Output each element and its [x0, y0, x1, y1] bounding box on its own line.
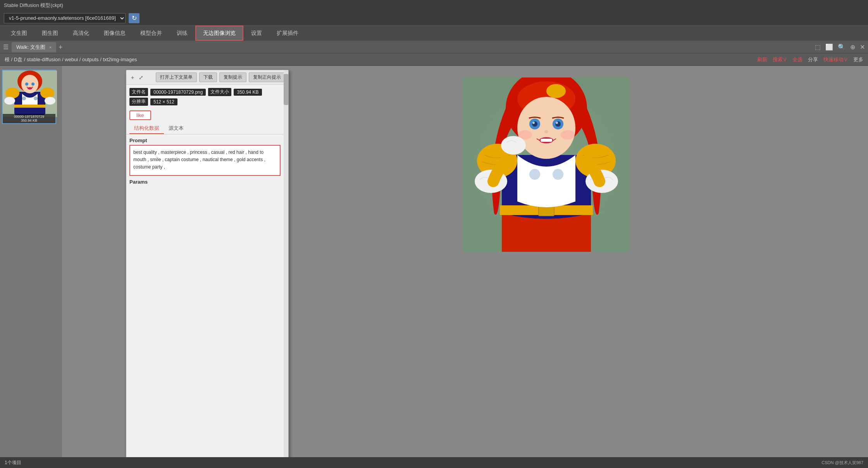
breadcrumb-search[interactable]: 搜索∨ — [773, 56, 787, 63]
popup-fullscreen-button[interactable]: ⤢ — [137, 74, 145, 81]
main-content: 00000-1971870729 350.94 KB + ⤢ 打开上下文菜单 下… — [0, 66, 868, 468]
breadcrumb-select-all[interactable]: 全选 — [792, 56, 803, 63]
prompt-text-box: best quality , masterpiece , princess , … — [129, 145, 281, 176]
svg-point-3 — [21, 75, 38, 93]
tab-icon-list[interactable]: ☰ — [3, 43, 9, 51]
svg-rect-41 — [541, 139, 552, 142]
thumbnail-filename: 00000-1971870729 — [4, 115, 54, 119]
window-restore-icon[interactable]: ⬚ — [815, 43, 821, 51]
meta-resolution-row: 分辨率 512 × 512 — [129, 98, 285, 106]
filename-value: 00000-1971870729.png — [150, 89, 206, 96]
svg-point-28 — [553, 169, 563, 180]
app-title: Stable Diffusion 模型(ckpt) — [4, 2, 63, 9]
breadcrumb-more[interactable]: 更多 — [853, 56, 863, 63]
image-preview-area — [225, 66, 868, 468]
thumbnail-filesize: 350.94 KB — [4, 119, 54, 122]
svg-rect-8 — [14, 105, 45, 108]
filename-label: 文件名 — [129, 88, 148, 96]
file-browser: 00000-1971870729 350.94 KB — [0, 66, 62, 468]
params-label: Params — [129, 179, 281, 185]
file-thumbnail-selected[interactable]: 00000-1971870729 350.94 KB — [2, 70, 56, 124]
svg-point-12 — [22, 96, 26, 100]
popup-tab-structured[interactable]: 结构化数据 — [129, 123, 164, 134]
popup-download-button[interactable]: 下载 — [199, 72, 217, 82]
breadcrumb-path: 根 / D盘 / stable-diffusion / webui / outp… — [5, 56, 137, 63]
popup-copy-positive-button[interactable]: 复制正向提示 — [249, 72, 285, 82]
tab-img2img[interactable]: 图生图 — [35, 26, 65, 41]
svg-point-43 — [561, 130, 575, 139]
svg-point-38 — [556, 122, 558, 124]
filesize-value: 350.94 KB — [234, 89, 262, 96]
tab-merge[interactable]: 模型合并 — [133, 26, 169, 41]
popup-copy-prompt-button[interactable]: 复制提示 — [219, 72, 246, 82]
popup-toolbar: + ⤢ 打开上下文菜单 下载 复制提示 复制正向提示 — [126, 70, 288, 85]
info-popup: + ⤢ 打开上下文菜单 下载 复制提示 复制正向提示 文件名 00000-197… — [126, 70, 289, 468]
model-row: v1-5-pruned-emaonly.safetensors [6ce0161… — [0, 11, 868, 26]
tab-strip-right-icons: ⬚ ⬜ 🔍 ⊕ ✕ — [815, 43, 865, 51]
zoom-search-icon[interactable]: 🔍 — [838, 43, 846, 51]
refresh-model-button[interactable]: ↻ — [129, 13, 140, 23]
meta-filename-row: 文件名 00000-1971870729.png 文件大小 350.94 KB — [129, 88, 285, 96]
status-right-text: CSDN @技术人笑987 — [822, 460, 863, 466]
tab-strip: ☰ Walk: 文生图 × + ⬚ ⬜ 🔍 ⊕ ✕ — [0, 41, 868, 53]
tab-infinite[interactable]: 无边图像浏览 — [195, 26, 243, 41]
breadcrumb-quick-move[interactable]: 快速移动∨ — [823, 56, 848, 63]
tab-train[interactable]: 训练 — [170, 26, 195, 41]
tab-close-button[interactable]: × — [49, 45, 52, 50]
status-bar: 1个项目 CSDN @技术人笑987 — [0, 457, 868, 468]
thumbnail-image — [3, 71, 57, 117]
resolution-value: 512 × 512 — [150, 98, 177, 105]
active-tab-item[interactable]: Walk: 文生图 × — [12, 42, 56, 52]
tab-imginfo[interactable]: 图像信息 — [97, 26, 133, 41]
popup-tab-source[interactable]: 源文本 — [164, 123, 188, 134]
popup-scrollbar-thumb[interactable] — [284, 74, 288, 105]
breadcrumb-bar: 根 / D盘 / stable-diffusion / webui / outp… — [0, 53, 868, 66]
window-maximize-icon[interactable]: ⬜ — [825, 43, 833, 51]
popup-tabs: 结构化数据 源文本 — [126, 122, 288, 134]
nav-tabs: 文生图 图生图 高清化 图像信息 模型合并 训练 无边图像浏览 设置 扩展插件 — [0, 26, 868, 41]
popup-scrollbar[interactable] — [284, 70, 288, 468]
window-close-icon[interactable]: ✕ — [860, 43, 865, 51]
tab-settings[interactable]: 设置 — [244, 26, 269, 41]
tab-txt2img[interactable]: 文生图 — [4, 26, 34, 41]
svg-point-5 — [40, 88, 54, 98]
svg-point-4 — [5, 88, 19, 98]
popup-expand-icons: + ⤢ — [129, 74, 145, 81]
svg-point-6 — [4, 97, 15, 105]
active-tab-label: Walk: 文生图 — [16, 44, 45, 51]
thumbnail-label: 00000-1971870729 350.94 KB — [3, 114, 55, 123]
svg-point-31 — [546, 84, 566, 98]
svg-point-39 — [544, 130, 548, 133]
popup-expand-button[interactable]: + — [129, 74, 136, 81]
svg-point-37 — [532, 122, 535, 124]
svg-point-7 — [45, 97, 55, 105]
preview-image-container — [463, 77, 630, 252]
svg-point-9 — [25, 83, 28, 86]
svg-point-13 — [34, 96, 38, 100]
like-button[interactable]: like — [129, 110, 151, 120]
popup-content: Prompt best quality , masterpiece , prin… — [126, 134, 288, 468]
breadcrumb-refresh[interactable]: 刷新 — [757, 56, 767, 63]
svg-point-10 — [31, 83, 34, 86]
svg-point-11 — [28, 87, 32, 89]
zoom-in-icon[interactable]: ⊕ — [850, 43, 855, 51]
model-select[interactable]: v1-5-pruned-emaonly.safetensors [6ce0161… — [4, 13, 126, 23]
prompt-label: Prompt — [129, 138, 281, 143]
tab-highres[interactable]: 高清化 — [66, 26, 96, 41]
svg-point-27 — [529, 169, 540, 180]
breadcrumb-actions: 刷新 搜索∨ 全选 分享 快速移动∨ 更多 — [757, 56, 863, 63]
resolution-label: 分辨率 — [129, 98, 148, 106]
popup-context-menu-button[interactable]: 打开上下文菜单 — [156, 72, 197, 82]
svg-point-32 — [517, 97, 575, 159]
preview-image — [463, 77, 630, 252]
svg-point-47 — [501, 136, 526, 155]
status-count: 1个项目 — [5, 459, 21, 466]
top-bar: Stable Diffusion 模型(ckpt) — [0, 0, 868, 11]
popup-meta: 文件名 00000-1971870729.png 文件大小 350.94 KB … — [126, 85, 288, 109]
filesize-label: 文件大小 — [208, 88, 231, 96]
refresh-icon: ↻ — [132, 14, 137, 22]
tab-add-button[interactable]: + — [59, 44, 63, 51]
tab-extensions[interactable]: 扩展插件 — [270, 26, 305, 41]
breadcrumb-share[interactable]: 分享 — [808, 56, 818, 63]
